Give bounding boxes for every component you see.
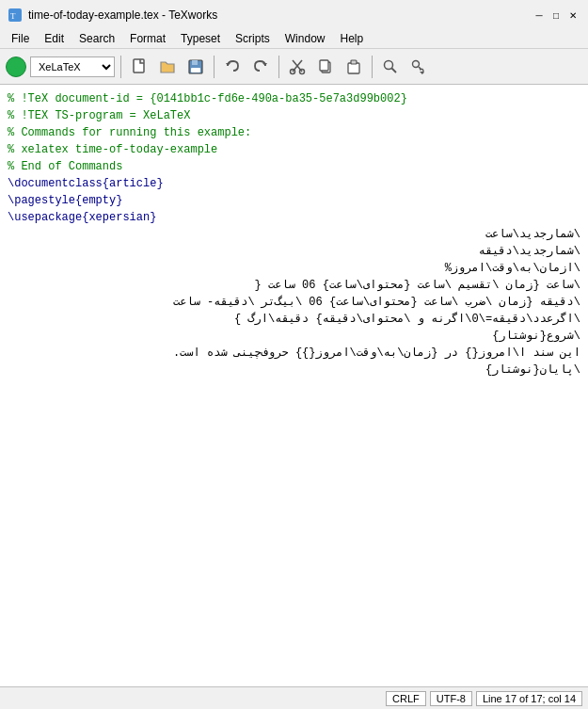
svg-point-14 bbox=[385, 60, 393, 69]
svg-rect-4 bbox=[192, 60, 198, 65]
code-line: % !TeX document-id = {0141bb1c-fd6e-490a… bbox=[8, 90, 580, 107]
cut-button[interactable] bbox=[285, 55, 310, 79]
code-line: % xelatex time-of-today-example bbox=[8, 141, 580, 158]
compiler-dropdown[interactable]: XeLaTeX pdfLaTeX LuaLaTeX bbox=[30, 56, 115, 77]
code-line: \پایان{نوشتار} bbox=[8, 362, 580, 379]
menu-help[interactable]: Help bbox=[332, 30, 371, 47]
menu-typeset[interactable]: Typeset bbox=[173, 30, 228, 47]
line-ending-indicator[interactable]: CRLF bbox=[386, 691, 426, 706]
status-bar: CRLF UTF-8 Line 17 of 17; col 14 bbox=[0, 686, 588, 709]
encoding-indicator[interactable]: UTF-8 bbox=[430, 691, 472, 706]
toolbar-separator-3 bbox=[278, 56, 279, 78]
svg-rect-5 bbox=[191, 68, 200, 73]
code-line: \pagestyle{empty} bbox=[8, 192, 580, 209]
cursor-position: Line 17 of 17; col 14 bbox=[476, 691, 582, 706]
replace-button[interactable] bbox=[406, 55, 431, 79]
minimize-button[interactable]: ─ bbox=[532, 8, 547, 23]
copy-button[interactable] bbox=[313, 55, 338, 79]
svg-line-15 bbox=[392, 68, 397, 73]
svg-rect-12 bbox=[348, 63, 359, 73]
code-line: % Commands for running this example: bbox=[8, 124, 580, 141]
code-line: % End of Commands bbox=[8, 158, 580, 175]
code-line: % !TEX TS-program = XeLaTeX bbox=[8, 107, 580, 124]
title-bar: T time-of-today-example.tex - TeXworks ─… bbox=[0, 0, 588, 28]
code-line: \ازمان\به\وقت\امروز% bbox=[8, 260, 580, 277]
code-line: \usepackage{xepersian} bbox=[8, 209, 580, 226]
find-button[interactable] bbox=[378, 55, 403, 79]
svg-text:T: T bbox=[10, 11, 16, 21]
menu-search[interactable]: Search bbox=[72, 30, 122, 47]
paste-button[interactable] bbox=[342, 55, 366, 79]
title-bar-controls: ─ □ ✕ bbox=[532, 8, 580, 23]
svg-rect-11 bbox=[320, 60, 328, 71]
code-line: این سند ا\امروز{} در {زمان\به\وقت\امروز{… bbox=[8, 345, 580, 362]
code-line: \ساعت {زمان \تقسیم \ساعت {محتوای\ساعت} 6… bbox=[8, 277, 580, 294]
menu-file[interactable]: File bbox=[4, 30, 37, 47]
svg-rect-2 bbox=[134, 59, 144, 73]
toolbar-separator-4 bbox=[372, 56, 373, 78]
code-line: \شمارجدید\ساعت bbox=[8, 226, 580, 243]
run-button[interactable] bbox=[6, 56, 26, 77]
menu-bar: File Edit Search Format Typeset Scripts … bbox=[0, 28, 588, 49]
save-button[interactable] bbox=[183, 55, 208, 79]
svg-point-16 bbox=[413, 60, 420, 67]
undo-button[interactable] bbox=[220, 55, 245, 79]
code-line: \اگرعدد\دقیقه=\0\اگرنه و \محتوای\دقیقه} … bbox=[8, 311, 580, 328]
svg-point-8 bbox=[291, 69, 295, 73]
compiler-select: XeLaTeX pdfLaTeX LuaLaTeX bbox=[6, 56, 115, 77]
redo-button[interactable] bbox=[248, 55, 273, 79]
toolbar: XeLaTeX pdfLaTeX LuaLaTeX bbox=[0, 49, 588, 85]
code-line: \شمارجدید\دقیقه bbox=[8, 243, 580, 260]
menu-format[interactable]: Format bbox=[122, 30, 173, 47]
menu-scripts[interactable]: Scripts bbox=[228, 30, 278, 47]
menu-edit[interactable]: Edit bbox=[37, 30, 72, 47]
menu-window[interactable]: Window bbox=[278, 30, 333, 47]
open-button[interactable] bbox=[155, 55, 180, 79]
maximize-button[interactable]: □ bbox=[548, 8, 564, 23]
code-line: \documentclass{article} bbox=[8, 175, 580, 192]
toolbar-separator-1 bbox=[120, 56, 121, 78]
editor-area[interactable]: % !TeX document-id = {0141bb1c-fd6e-490a… bbox=[0, 85, 588, 686]
svg-rect-13 bbox=[351, 60, 357, 64]
new-button[interactable] bbox=[127, 55, 151, 79]
app-icon: T bbox=[8, 8, 23, 23]
window-title: time-of-today-example.tex - TeXworks bbox=[28, 8, 217, 22]
title-bar-left: T time-of-today-example.tex - TeXworks bbox=[8, 8, 217, 23]
toolbar-separator-2 bbox=[214, 56, 215, 78]
code-line: \دقیقه {زمان \ضرب \ساعت {محتوای\ساعت} 60… bbox=[8, 294, 580, 311]
close-button[interactable]: ✕ bbox=[565, 8, 580, 23]
code-line: \شروع{نوشتار} bbox=[8, 328, 580, 345]
